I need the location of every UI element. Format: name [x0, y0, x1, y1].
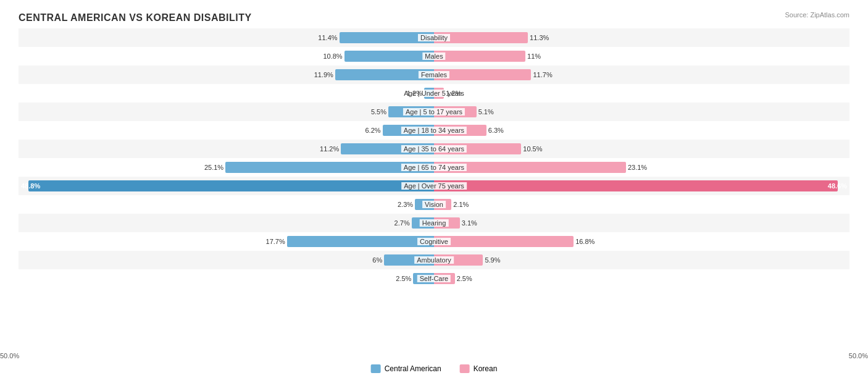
bars-container: Age | Over 75 years 48.8% 48.6%	[19, 179, 849, 193]
bar-wrapper: Age | Under 5 years 1.2% 1.2%	[19, 84, 849, 103]
bar-wrapper: Males 10.8% 11%	[19, 47, 849, 65]
left-value: 6.2%	[365, 127, 380, 134]
bar-wrapper: Age | Over 75 years 48.8% 48.6%	[19, 177, 849, 195]
row-label: Vision	[422, 201, 446, 208]
right-value: 5.9%	[485, 256, 500, 264]
bar-wrapper: Self-Care 2.5% 2.5%	[19, 269, 849, 288]
bars-container: Age | 18 to 34 years 6.2% 6.3%	[19, 124, 849, 137]
bars-container: Age | 35 to 64 years 11.2% 10.5%	[19, 142, 849, 156]
table-row: Disability 11.4% 11.3%	[19, 28, 849, 47]
right-value: 16.8%	[575, 238, 595, 245]
row-label: Males	[422, 52, 445, 60]
right-value: 2.5%	[457, 275, 472, 282]
table-row: Age | 18 to 34 years 6.2% 6.3%	[19, 121, 849, 140]
bar-wrapper: Ambulatory 6% 5.9%	[19, 251, 849, 269]
bars-container: Disability 11.4% 11.3%	[19, 31, 849, 44]
right-value: 6.3%	[488, 127, 504, 134]
right-bar	[434, 236, 574, 247]
row-label: Age | 5 to 17 years	[403, 108, 465, 116]
bar-wrapper: Age | 5 to 17 years 5.5% 5.1%	[19, 103, 849, 121]
table-row: Males 10.8% 11%	[19, 47, 849, 65]
left-value: 11.4%	[318, 34, 337, 41]
right-value: 11.7%	[533, 71, 552, 78]
left-value: 48.8%	[21, 182, 40, 190]
bars-container: Vision 2.3% 2.1%	[19, 198, 849, 211]
chart-container: CENTRAL AMERICAN VS KOREAN DISABILITY So…	[0, 0, 868, 378]
bar-wrapper: Vision 2.3% 2.1%	[19, 195, 849, 214]
left-value: 11.2%	[320, 145, 339, 153]
bars-container: Females 11.9% 11.7%	[19, 68, 849, 82]
right-value: 1.2%	[446, 90, 461, 97]
left-value: 25.1%	[204, 164, 223, 171]
left-value: 11.9%	[314, 71, 333, 78]
bar-wrapper: Disability 11.4% 11.3%	[19, 28, 849, 47]
row-label: Females	[419, 71, 449, 78]
table-row: Cognitive 17.7% 16.8%	[19, 232, 849, 251]
right-value: 5.1%	[478, 108, 494, 116]
table-row: Age | 65 to 74 years 25.1% 23.1%	[19, 158, 849, 177]
table-row: Self-Care 2.5% 2.5%	[19, 269, 849, 288]
left-value: 2.5%	[396, 275, 411, 282]
bars-container: Self-Care 2.5% 2.5%	[19, 272, 849, 285]
row-label: Age | 18 to 34 years	[401, 127, 467, 134]
bars-container: Age | 5 to 17 years 5.5% 5.1%	[19, 105, 849, 119]
left-bar	[344, 51, 434, 62]
table-row: Females 11.9% 11.7%	[19, 65, 849, 84]
left-value: 17.7%	[266, 238, 285, 245]
rows-area: Disability 11.4% 11.3% Males 10.8% 11% F…	[19, 28, 849, 345]
right-value: 10.5%	[523, 145, 542, 153]
table-row: Age | 35 to 64 years 11.2% 10.5%	[19, 140, 849, 158]
axis-right: 50.0%	[849, 352, 868, 359]
right-value: 23.1%	[628, 164, 647, 171]
left-value: 1.2%	[407, 90, 422, 97]
legend-label-korean: Korean	[474, 364, 498, 373]
left-bar	[287, 236, 434, 247]
bars-container: Age | Under 5 years 1.2% 1.2%	[19, 86, 849, 100]
table-row: Hearing 2.7% 3.1%	[19, 214, 849, 232]
left-value: 5.5%	[371, 108, 386, 116]
table-row: Age | Under 5 years 1.2% 1.2%	[19, 84, 849, 103]
right-value: 48.6%	[828, 182, 847, 190]
axis-left: 50.0%	[0, 352, 19, 359]
legend-box-korean	[460, 364, 470, 373]
legend: Central American Korean	[371, 364, 498, 373]
bars-container: Age | 65 to 74 years 25.1% 23.1%	[19, 161, 849, 174]
row-label: Disability	[418, 34, 450, 41]
row-label: Self-Care	[417, 275, 451, 282]
axis-labels: 50.0% 50.0%	[0, 352, 868, 359]
row-label: Cognitive	[417, 238, 451, 245]
right-bar	[434, 51, 525, 62]
row-label: Age | Over 75 years	[401, 182, 467, 190]
row-label: Age | 35 to 64 years	[401, 145, 467, 153]
legend-item-korean: Korean	[460, 364, 498, 373]
legend-item-central: Central American	[371, 364, 441, 373]
right-value: 11%	[527, 52, 541, 60]
bar-wrapper: Age | 18 to 34 years 6.2% 6.3%	[19, 121, 849, 140]
left-value: 2.3%	[398, 201, 413, 208]
bars-container: Cognitive 17.7% 16.8%	[19, 235, 849, 248]
row-label: Age | 65 to 74 years	[401, 164, 467, 171]
table-row: Age | Over 75 years 48.8% 48.6%	[19, 177, 849, 195]
left-bar	[28, 180, 434, 191]
left-value: 2.7%	[394, 219, 410, 227]
right-value: 2.1%	[453, 201, 469, 208]
right-value: 3.1%	[462, 219, 477, 227]
bar-wrapper: Females 11.9% 11.7%	[19, 65, 849, 84]
legend-box-central	[371, 364, 381, 373]
left-value: 10.8%	[323, 52, 342, 60]
bar-wrapper: Age | 35 to 64 years 11.2% 10.5%	[19, 140, 849, 158]
bars-container: Males 10.8% 11%	[19, 49, 849, 63]
bars-container: Hearing 2.7% 3.1%	[19, 216, 849, 230]
bars-container: Ambulatory 6% 5.9%	[19, 253, 849, 267]
left-value: 6%	[372, 256, 382, 264]
row-label: Ambulatory	[414, 256, 454, 264]
bar-wrapper: Hearing 2.7% 3.1%	[19, 214, 849, 232]
table-row: Ambulatory 6% 5.9%	[19, 251, 849, 269]
bar-wrapper: Age | 65 to 74 years 25.1% 23.1%	[19, 158, 849, 177]
right-bar	[434, 180, 838, 191]
table-row: Vision 2.3% 2.1%	[19, 195, 849, 214]
table-row: Age | 5 to 17 years 5.5% 5.1%	[19, 103, 849, 121]
right-value: 11.3%	[530, 34, 549, 41]
chart-title: CENTRAL AMERICAN VS KOREAN DISABILITY	[19, 12, 849, 23]
row-label: Hearing	[420, 219, 449, 227]
